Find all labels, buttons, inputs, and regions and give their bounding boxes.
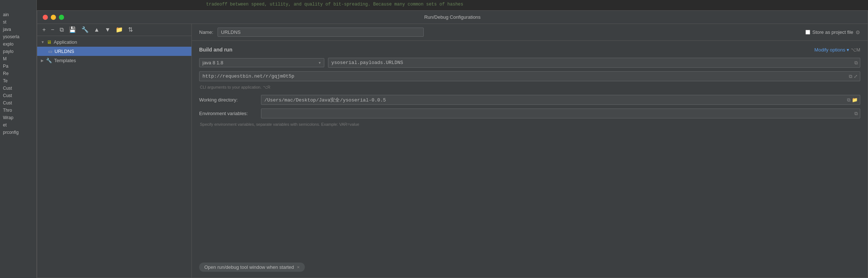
copy-icon2[interactable]: ⧉ [849, 74, 852, 79]
sidebar-item-cust1[interactable]: Cust [0, 85, 36, 92]
env-vars-hint: Specify environment variables, separate … [200, 122, 860, 126]
sidebar-item-cust2[interactable]: Cust [0, 92, 36, 99]
maximize-button[interactable] [59, 15, 64, 20]
name-input[interactable] [218, 28, 424, 37]
up-button[interactable]: ▲ [92, 26, 101, 33]
java-main-row: java 8 1.8 ⧉ [199, 58, 860, 68]
working-dir-label: Working directory: [199, 97, 258, 103]
urldns-icon: ▭ [48, 49, 52, 54]
modify-options-button[interactable]: Modify options ▾ ⌥M [814, 47, 860, 53]
templates-icon: 🔧 [46, 58, 52, 63]
templates-arrow: ▶ [41, 58, 44, 63]
application-label: Application [54, 39, 77, 45]
env-vars-label: Environment variables: [199, 111, 258, 116]
sidebar-item-prconfig[interactable]: prconfig [0, 129, 36, 136]
sidebar-item-pa[interactable]: Pa [0, 63, 36, 70]
copy-button[interactable]: ⧉ [58, 26, 65, 33]
expand-icon[interactable]: ⤢ [854, 74, 858, 79]
working-dir-actions: ⧉ 📁 [845, 97, 860, 103]
tree-templates[interactable]: ▶ 🔧 Templates [37, 56, 191, 65]
open-tool-window-chip: Open run/debug tool window when started … [199, 263, 305, 272]
dialog-title-bar: Run/Debug Configurations [37, 11, 868, 24]
name-row: Name: [199, 28, 424, 37]
sidebar-item-thro[interactable]: Thro [0, 107, 36, 114]
copy-icon[interactable]: ⧉ [854, 60, 858, 66]
store-project-label: Store as project file [812, 29, 853, 35]
application-icon: 🖥 [47, 39, 52, 45]
urldns-label: URLDNS [54, 49, 74, 54]
sidebar-item-re[interactable]: Re [0, 70, 36, 77]
remove-button[interactable]: − [49, 26, 56, 33]
env-vars-actions: ⧉ [852, 111, 860, 117]
java-version-wrapper: java 8 1.8 [199, 58, 324, 67]
modify-options-label: Modify options [814, 47, 845, 53]
dialog-title: Run/Debug Configurations [424, 14, 480, 20]
modify-options-chevron: ▾ [847, 47, 849, 53]
right-panel: Name: Store as project file ⚙ Build and … [192, 24, 868, 278]
bottom-section: Open run/debug tool window when started … [192, 255, 868, 278]
main-class-input[interactable] [328, 58, 852, 67]
build-run-title: Build and run [199, 47, 232, 53]
sidebar-item-ain[interactable]: ain [0, 11, 36, 18]
main-class-actions: ⧉ [852, 60, 860, 66]
sidebar-item-paylo[interactable]: paylo [0, 48, 36, 55]
sidebar: ain st java ysoserla explo paylo M Pa Re… [0, 0, 37, 278]
config-tree: ▼ 🖥 Application ▭ URLDNS ▶ 🔧 Templates [37, 36, 191, 278]
templates-label: Templates [54, 58, 76, 63]
sidebar-item-wrap[interactable]: Wrap [0, 114, 36, 121]
java-version-select[interactable]: java 8 1.8 [199, 58, 324, 67]
working-dir-wrapper: ⧉ 📁 [261, 95, 860, 105]
store-project-checkbox[interactable] [805, 30, 810, 35]
copy-icon4[interactable]: ⧉ [854, 111, 858, 117]
minimize-button[interactable] [51, 15, 56, 20]
gear-icon[interactable]: ⚙ [855, 29, 860, 35]
save-button[interactable]: 💾 [67, 26, 78, 33]
down-button[interactable]: ▼ [103, 26, 112, 33]
env-vars-input[interactable] [261, 109, 852, 118]
build-run-header: Build and run Modify options ▾ ⌥M [199, 47, 860, 53]
sidebar-item-yso[interactable]: ysoserla [0, 33, 36, 40]
code-background: tradeoff between speed, utility, and qua… [0, 0, 868, 10]
store-project-row: Store as project file ⚙ [805, 29, 860, 35]
tree-urldns[interactable]: ▭ URLDNS [37, 47, 191, 56]
right-content: Build and run Modify options ▾ ⌥M java 8… [192, 41, 868, 255]
program-args-actions: ⧉ ⤢ [847, 74, 860, 79]
sort-button[interactable]: ⇅ [127, 26, 134, 33]
name-label: Name: [199, 29, 213, 35]
right-header: Name: Store as project file ⚙ [192, 24, 868, 41]
sidebar-item-te[interactable]: Te [0, 77, 36, 85]
sidebar-item-explo[interactable]: explo [0, 40, 36, 48]
folder-button[interactable]: 📁 [114, 26, 124, 33]
copy-icon3[interactable]: ⧉ [847, 97, 850, 103]
wrench-button[interactable]: 🔧 [80, 26, 90, 33]
env-vars-row: Environment variables: ⧉ [199, 108, 860, 118]
program-args-hint: CLI arguments to your application. ⌥R [200, 85, 860, 90]
toolbar: + − ⧉ 💾 🔧 ▲ ▼ 📁 ⇅ [37, 24, 191, 36]
main-class-wrapper: ⧉ [328, 58, 860, 68]
working-dir-input[interactable] [261, 95, 845, 104]
program-args-wrapper: ⧉ ⤢ [199, 71, 860, 81]
program-args-row: ⧉ ⤢ [199, 71, 860, 81]
run-debug-dialog: Run/Debug Configurations + − ⧉ 💾 🔧 ▲ ▼ 📁… [37, 10, 868, 278]
env-vars-wrapper: ⧉ [261, 108, 860, 118]
sidebar-item-cust3[interactable]: Cust [0, 99, 36, 107]
tree-application[interactable]: ▼ 🖥 Application [37, 38, 191, 47]
sidebar-item-java[interactable]: java [0, 26, 36, 33]
modify-options-shortcut: ⌥M [851, 47, 860, 53]
dialog-body: + − ⧉ 💾 🔧 ▲ ▼ 📁 ⇅ ▼ 🖥 Application [37, 24, 868, 278]
add-button[interactable]: + [41, 26, 47, 33]
close-button[interactable] [43, 15, 48, 20]
expand-arrow: ▼ [41, 40, 45, 44]
open-tool-window-label: Open run/debug tool window when started [204, 264, 294, 270]
sidebar-item-et[interactable]: et [0, 121, 36, 129]
program-args-input[interactable] [200, 72, 847, 81]
browse-icon[interactable]: 📁 [852, 97, 858, 103]
left-panel: + − ⧉ 💾 🔧 ▲ ▼ 📁 ⇅ ▼ 🖥 Application [37, 24, 192, 278]
window-controls [43, 15, 64, 20]
working-dir-row: Working directory: ⧉ 📁 [199, 95, 860, 105]
sidebar-item-m[interactable]: M [0, 55, 36, 63]
sidebar-item-st[interactable]: st [0, 18, 36, 26]
chip-close-button[interactable]: × [297, 264, 300, 270]
